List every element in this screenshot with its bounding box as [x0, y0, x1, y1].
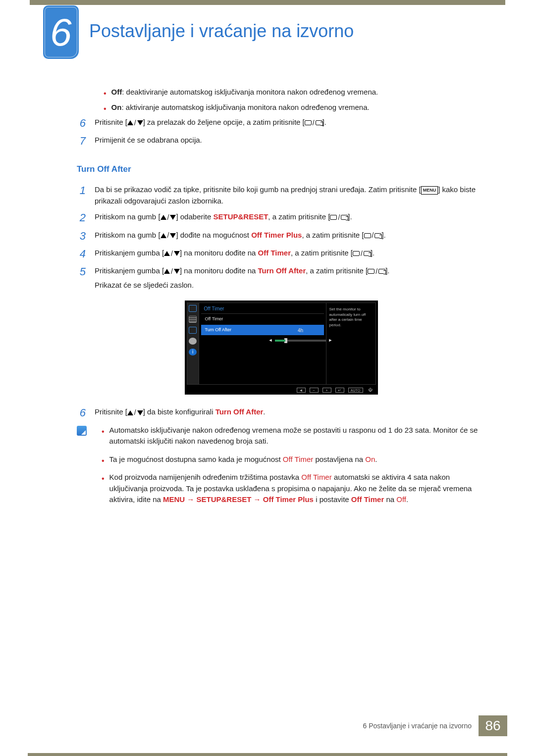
osd-value: 4h [268, 327, 333, 334]
t: , a zatim pritisnite [ [291, 249, 353, 257]
emph: Off Timer [301, 473, 331, 481]
step-7: 7 Primijenit će se odabrana opcija. [77, 135, 485, 148]
step-text: Primijenit će se odabrana opcija. [95, 135, 485, 148]
t: . [406, 495, 408, 504]
step-number: 4 [77, 248, 86, 260]
left-arrow-icon: ◄ [268, 337, 273, 344]
t: Pritiskom na gumb [ [95, 231, 160, 239]
emph: Off Timer Plus [251, 231, 302, 239]
step-text: Pritiskanjem gumba [/] na monitoru dođit… [95, 248, 485, 260]
t: ] na monitoru dođite na [180, 249, 258, 257]
t: ]. [381, 231, 385, 239]
off-desc: : deaktiviranje automatskog isključivanj… [122, 88, 378, 96]
note-2: • Ta je mogućnost dostupna samo kada je … [95, 454, 485, 465]
osd-main: Off Timer Off Timer Turn Off After 4h ◄ … [199, 303, 326, 384]
slider-handle [284, 338, 287, 343]
step-text: Pritiskom na gumb [/] odaberite SETUP&RE… [95, 211, 485, 224]
arrow: → [185, 495, 196, 504]
top-accent-bar [30, 0, 505, 5]
step-3: 3 Pritiskom na gumb [/] dođite na mogućn… [77, 230, 485, 243]
osd-description: Set the monitor to automatically turn of… [326, 303, 375, 384]
step-number: 5 [77, 265, 86, 291]
step-5: 5 Pritiskanjem gumba [/] na monitoru dođ… [77, 265, 485, 291]
step-number: 6 [77, 117, 86, 130]
t: . [263, 407, 265, 416]
confirm-icon: / [305, 118, 322, 128]
osd-btn-left: ◄ [297, 388, 306, 393]
t: postavljena na [313, 455, 365, 463]
emph: MENU [163, 495, 185, 504]
t: ] odaberite [176, 212, 213, 221]
note-icon [77, 426, 87, 436]
bullet-text: On: aktiviranje automatskog isključivanj… [111, 102, 370, 113]
osd-btn-enter: ↵ [335, 388, 344, 393]
up-down-icon: / [164, 266, 180, 277]
bullet-icon: • [102, 428, 105, 436]
content-area: • Off: deaktiviranje automatskog isključ… [77, 87, 485, 512]
step-number: 6 [77, 406, 86, 419]
bullet-icon: • [104, 105, 107, 113]
t: . [375, 455, 377, 463]
t: Pritisnite [ [95, 118, 127, 126]
osd-btn-auto: AUTO [348, 388, 363, 393]
chapter-number: 6 [45, 7, 77, 57]
on-label: On [111, 103, 122, 111]
gear-icon [189, 338, 197, 345]
t: Pritiskanjem gumba [ [95, 249, 164, 257]
step-2: 2 Pritiskom na gumb [/] odaberite SETUP&… [77, 211, 485, 224]
monitor-icon [189, 305, 197, 312]
emph: Turn Off After [215, 407, 264, 416]
lbl: Turn Off After [205, 327, 232, 334]
t: ] na monitoru dođite na [180, 266, 258, 275]
t: ] za prelazak do željene opcije, a zatim… [143, 118, 305, 126]
t: na [384, 495, 396, 504]
t: , a zatim pritisnite [ [302, 231, 364, 239]
t: Ta je mogućnost dostupna samo kada je mo… [109, 455, 283, 463]
osd-title: Off Timer [201, 304, 324, 314]
expand-icon [189, 327, 197, 334]
t: Pritiskom na gumb [ [95, 212, 160, 221]
osd-slider-row: ◄ ► [268, 337, 333, 344]
emph: SETUP&RESET [214, 212, 268, 221]
page-number: 86 [479, 715, 507, 736]
bullet-icon: • [104, 90, 107, 98]
step-number: 1 [77, 184, 86, 206]
step-6: 6 Pritisnite [/] za prelazak do željene … [77, 117, 485, 130]
emph: Off Timer [283, 455, 313, 463]
emph: SETUP&RESET [197, 495, 252, 504]
t: ]. [371, 249, 374, 257]
t: ]. [385, 266, 389, 275]
emph: Off [396, 495, 406, 504]
note-text: Ta je mogućnost dostupna samo kada je mo… [109, 454, 377, 465]
bullet-text: Off: deaktiviranje automatskog isključiv… [111, 87, 378, 98]
footer: 6 Postavljanje i vraćanje na izvorno 86 [28, 715, 507, 736]
note-body: • Automatsko isključivanje nakon određen… [95, 425, 485, 512]
note-3: • Kod proizvoda namijenjenih određenim t… [95, 472, 485, 505]
chapter-title: Postavljanje i vraćanje na izvorno [89, 21, 354, 42]
slider-track [275, 340, 325, 342]
step-number: 2 [77, 211, 86, 224]
t: , a zatim pritisnite [ [306, 266, 368, 275]
confirm-icon: / [330, 212, 348, 223]
lbl: Off Timer [205, 316, 223, 323]
t: ]. [322, 118, 326, 126]
t: ] da biste konfigurirali [143, 407, 215, 416]
t: i postavite [314, 495, 351, 504]
step-text: Pritisnite [/] za prelazak do željene op… [95, 117, 485, 130]
t: Kod proizvoda namijenjenih određenim trž… [109, 473, 302, 481]
list-icon [189, 316, 197, 323]
note-text: Automatsko isključivanje nakon određenog… [109, 425, 485, 447]
up-down-icon: / [160, 212, 176, 223]
chapter-number-box: 6 [43, 5, 79, 59]
osd-btn-plus: + [322, 388, 331, 393]
arrow: → [251, 495, 263, 504]
confirm-icon: / [364, 230, 382, 241]
info-icon: i [189, 349, 197, 355]
off-label: Off [111, 88, 122, 96]
footer-text: 6 Postavljanje i vraćanje na izvorno [363, 715, 479, 736]
on-desc: : aktiviranje automatskog isključivanja … [121, 103, 369, 111]
emph: Off Timer [351, 495, 384, 504]
page: 6 Postavljanje i vraćanje na izvorno • O… [0, 0, 535, 756]
t: Prikazat će se sljedeći zaslon. [95, 280, 485, 291]
step-text: Da bi se prikazao vodič za tipke, pritis… [95, 184, 485, 206]
